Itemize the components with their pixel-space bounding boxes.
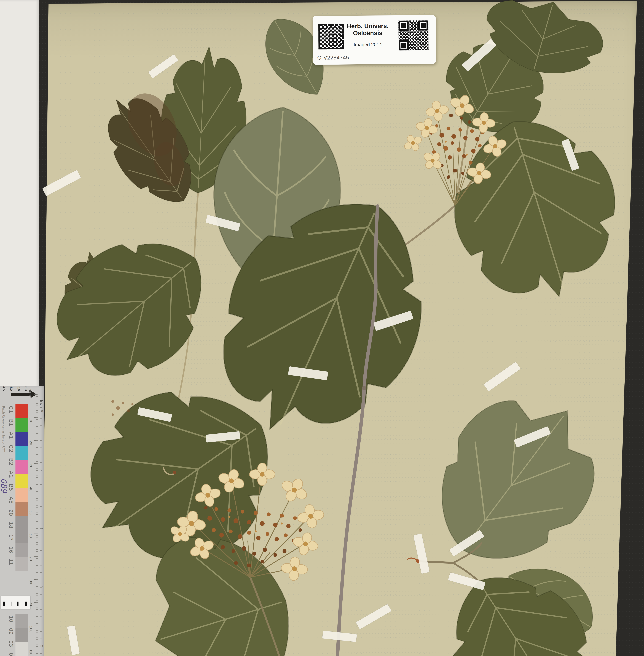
color-patch — [16, 474, 28, 488]
pressed-plant-specimen — [0, 0, 644, 656]
datamatrix-barcode-icon — [318, 24, 344, 49]
color-patch — [16, 516, 28, 529]
herbarium-scan-page: Herb. Univers. Osloënsis Imaged 2014 O-V… — [0, 0, 644, 656]
resolution-bar-icon — [10, 602, 12, 606]
color-calibration-card: mm Inch 01020304050607080901001101201301… — [0, 386, 44, 656]
color-patch — [16, 418, 28, 432]
color-patch — [16, 432, 28, 446]
color-patch — [16, 460, 28, 474]
accession-label: Herb. Univers. Osloënsis Imaged 2014 O-V… — [313, 15, 436, 65]
imaged-year: Imaged 2014 — [344, 42, 391, 48]
patch-reference-note: Patch Reference numbers on UTT — [2, 406, 5, 452]
color-patch — [16, 614, 28, 628]
color-patch — [16, 488, 28, 502]
leaf — [406, 368, 625, 593]
color-patch — [16, 543, 28, 557]
ruler-minor-ticks — [36, 394, 38, 656]
ruler-inch-ticks — [40, 403, 42, 656]
color-patch — [16, 404, 28, 418]
color-patches-pastel — [16, 614, 28, 656]
qr-finder-icon — [418, 20, 428, 30]
resolution-bar-icon — [25, 602, 27, 606]
qr-finder-icon — [399, 40, 409, 50]
leaves — [28, 0, 639, 656]
resolution-bar-icon — [3, 602, 5, 606]
patch-labels-top: C1 B1 A1 C2 B2 A2 B5 A5 20 18 17 16 11 — [8, 406, 14, 565]
color-patch — [16, 557, 28, 571]
qr-finder-icon — [398, 21, 409, 31]
color-patch — [16, 529, 28, 543]
color-patches-saturated — [16, 404, 28, 571]
institution-text: Herb. Univers. Osloënsis Imaged 2014 — [344, 22, 391, 48]
catalog-number: O-V2284745 — [317, 54, 349, 61]
patch-labels-bottom: 10 09 03 02 01 C7 B7 A7 C8 B8 A8 C9 B9 — [8, 616, 14, 656]
resolution-bar-icon — [17, 602, 19, 606]
color-patch — [16, 642, 28, 656]
color-patch — [16, 446, 28, 460]
handwritten-number: 089 — [0, 478, 8, 493]
color-patch — [16, 502, 28, 516]
institution-line2: Osloënsis — [344, 29, 391, 37]
color-patch — [16, 628, 28, 642]
institution-line1: Herb. Univers. — [344, 22, 391, 30]
leaf — [28, 208, 234, 410]
leaf — [432, 100, 639, 320]
qr-code-icon — [398, 20, 429, 50]
